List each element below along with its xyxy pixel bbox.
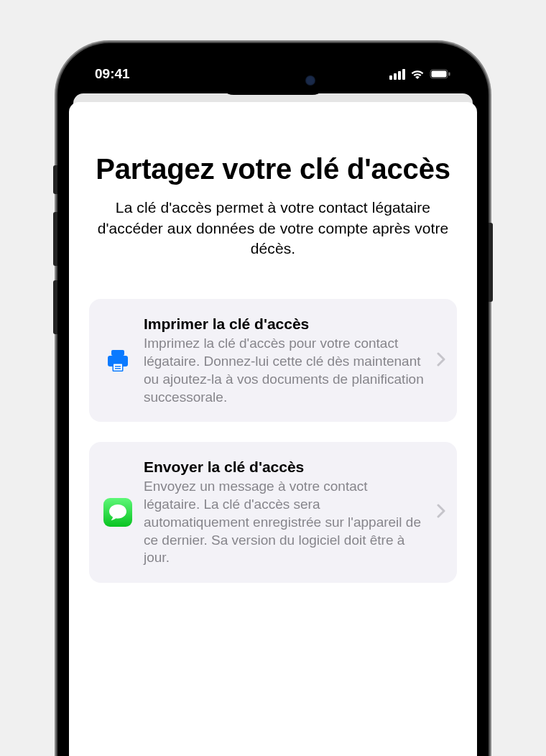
messages-icon — [103, 498, 132, 527]
svg-rect-8 — [115, 368, 121, 369]
option-title: Envoyer la clé d'accès — [144, 458, 425, 476]
option-body: Envoyer la clé d'accès Envoyez un messag… — [144, 458, 425, 567]
modal-sheet: Partagez votre clé d'accès La clé d'accè… — [69, 102, 477, 756]
status-time: 09:41 — [95, 66, 130, 82]
volume-down-button — [53, 280, 57, 334]
page-title: Partagez votre clé d'accès — [89, 152, 457, 186]
svg-rect-2 — [449, 73, 450, 76]
option-description: Envoyez un message à votre contact légat… — [144, 478, 425, 566]
svg-rect-3 — [111, 350, 124, 356]
wifi-icon — [410, 69, 425, 80]
side-button — [53, 165, 57, 194]
printer-icon — [103, 346, 132, 375]
screen: 09:41 — [69, 55, 477, 756]
svg-rect-7 — [115, 366, 121, 367]
option-body: Imprimer la clé d'accès Imprimez la clé … — [144, 315, 425, 406]
send-access-key-button[interactable]: Envoyer la clé d'accès Envoyez un messag… — [89, 442, 457, 583]
volume-up-button — [53, 212, 57, 266]
option-description: Imprimez la clé d'accès pour votre conta… — [144, 335, 425, 406]
power-button — [489, 223, 493, 302]
chevron-right-icon — [437, 504, 445, 521]
options-list: Imprimer la clé d'accès Imprimez la clé … — [89, 299, 457, 583]
battery-icon — [430, 69, 451, 79]
page-subtitle: La clé d'accès permet à votre contact lé… — [89, 198, 457, 259]
cellular-signal-icon — [389, 69, 405, 80]
front-camera — [305, 75, 315, 86]
status-indicators — [389, 69, 451, 80]
print-access-key-button[interactable]: Imprimer la clé d'accès Imprimez la clé … — [89, 299, 457, 422]
chevron-right-icon — [437, 352, 445, 369]
option-title: Imprimer la clé d'accès — [144, 315, 425, 333]
phone-frame: 09:41 — [57, 43, 489, 756]
svg-rect-1 — [432, 71, 447, 78]
dynamic-island — [219, 66, 327, 95]
svg-rect-6 — [114, 364, 122, 370]
